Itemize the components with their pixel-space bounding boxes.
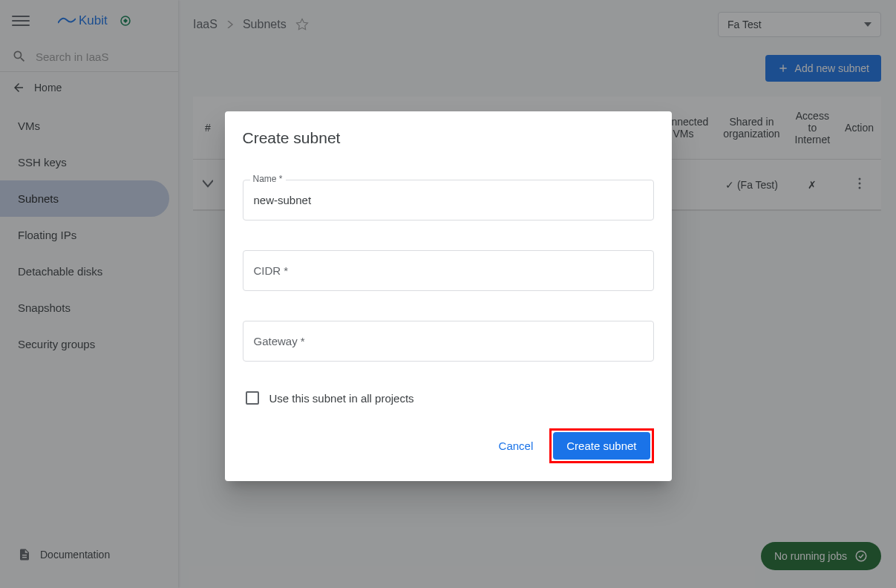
gateway-input[interactable] [243, 321, 654, 362]
field-gateway [243, 321, 654, 362]
modal-actions: Cancel Create subnet [243, 428, 654, 463]
name-input[interactable] [243, 180, 654, 220]
checkbox-all-projects[interactable] [246, 391, 259, 405]
modal-title: Create subnet [243, 129, 654, 147]
checkbox-row[interactable]: Use this subnet in all projects [243, 391, 654, 405]
cidr-input[interactable] [243, 250, 654, 291]
create-subnet-button[interactable]: Create subnet [553, 432, 650, 460]
cancel-button[interactable]: Cancel [490, 432, 543, 460]
checkbox-label: Use this subnet in all projects [269, 392, 414, 405]
field-cidr [243, 250, 654, 291]
name-label: Name * [250, 174, 286, 184]
field-name: Name * [243, 180, 654, 220]
create-button-highlight: Create subnet [549, 428, 653, 463]
create-subnet-modal: Create subnet Name * Use this subnet in … [225, 111, 672, 481]
modal-overlay[interactable]: Create subnet Name * Use this subnet in … [0, 0, 896, 588]
